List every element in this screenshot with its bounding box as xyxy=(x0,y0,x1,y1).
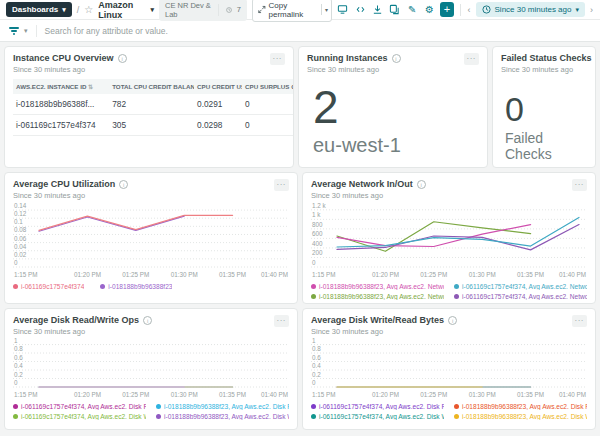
legend-dot-icon xyxy=(454,284,459,289)
svg-text:1:15 PM: 1:15 PM xyxy=(312,271,335,278)
chart-legend: i-061169c1757e4f374, Avg Aws.ec2. Disk R… xyxy=(311,403,587,420)
filter-bar: ▾ Search for any attribute or value. xyxy=(0,20,600,42)
time-back-chevron-icon[interactable]: ‹ xyxy=(467,5,472,15)
table-column-header[interactable]: CPU SURPLUS CREDIT CHARG ⇅ xyxy=(242,79,294,94)
settings-gear-icon[interactable]: ⚙ xyxy=(423,2,436,17)
failed-checks-value: 0 xyxy=(505,92,587,126)
page-title: Amazon Linux xyxy=(98,0,147,20)
legend-item[interactable]: i-061169c1757e4f374, Avg Aws.ec2. Networ… xyxy=(454,293,587,300)
info-icon[interactable]: i xyxy=(119,180,128,189)
info-icon[interactable]: i xyxy=(448,316,457,325)
legend-dot-icon xyxy=(13,284,18,289)
legend-item[interactable]: i-018188b9b96388f23 xyxy=(100,283,172,290)
svg-text:01:35 PM: 01:35 PM xyxy=(517,271,544,278)
legend-item[interactable]: i-018188b9b96388f23, Avg Aws.ec2. Disk R… xyxy=(156,403,289,410)
legend-item[interactable]: i-061169c1757e4f374, Avg Aws.ec2. Disk W… xyxy=(311,413,444,420)
search-input[interactable]: Search for any attribute or value. xyxy=(45,26,591,36)
time-forward-chevron-icon[interactable]: › xyxy=(589,5,594,15)
legend-item[interactable]: i-061169c1757e4f374, Avg Aws.ec2. Disk R… xyxy=(311,403,444,410)
widget-title: Average Disk Write/Read Bytes i xyxy=(311,315,457,325)
svg-text:0.06: 0.06 xyxy=(14,235,27,242)
legend-item[interactable]: i-018188b9b96388f23, Avg Aws.ec2. Disk R… xyxy=(454,403,587,410)
svg-text:1:15 PM: 1:15 PM xyxy=(312,391,335,398)
duplicate-icon[interactable] xyxy=(388,2,401,17)
legend-item[interactable]: i-061169c1757e4f374, Avg Aws.ec2. Disk R… xyxy=(13,403,146,410)
breadcrumb-separator: / xyxy=(77,5,80,15)
legend-item[interactable]: i-061169c1757e4f374, Avg Aws.ec2. Networ… xyxy=(454,283,587,290)
table-cell: 0 xyxy=(242,94,294,115)
dashboards-menu-button[interactable]: Dashboards ▾ xyxy=(6,2,72,17)
slideshow-icon[interactable] xyxy=(353,2,366,17)
info-icon[interactable]: i xyxy=(392,54,401,63)
widget-menu-button[interactable]: ··· xyxy=(572,179,588,191)
svg-text:1: 1 xyxy=(312,338,316,344)
export-download-icon[interactable] xyxy=(371,2,384,17)
svg-text:01:25 PM: 01:25 PM xyxy=(122,271,149,278)
filter-funnel-icon[interactable] xyxy=(9,27,19,35)
time-picker[interactable]: Since 30 minutes ago ▾ xyxy=(476,2,585,17)
top-bar: Dashboards ▾ / ☆ Amazon Linux ▾ CE NR De… xyxy=(0,0,600,20)
running-instances-label: eu-west-1 xyxy=(313,134,479,157)
favorite-star-icon[interactable]: ☆ xyxy=(84,5,93,15)
svg-text:1:15 PM: 1:15 PM xyxy=(14,391,37,398)
chevron-down-icon: ▾ xyxy=(150,6,154,14)
legend-item[interactable]: i-018188b9b96388f23, Avg Aws.ec2. Disk W… xyxy=(454,413,587,420)
legend-item[interactable]: i-061169c1757e4f374 xyxy=(13,283,84,290)
table-row[interactable]: i-018188b9b96388f...7820.02910 xyxy=(13,94,294,115)
table-cell: 305 xyxy=(109,115,194,136)
permalink-icon xyxy=(258,5,266,14)
chevron-down-icon[interactable]: ▾ xyxy=(321,4,331,15)
chevron-down-icon[interactable]: ▾ xyxy=(24,27,28,35)
info-icon[interactable]: i xyxy=(417,180,426,189)
svg-text:01:35 PM: 01:35 PM xyxy=(517,391,544,398)
cpu-utilization-chart[interactable]: 00.020.040.060.080.10.120.141:15 PM01:20… xyxy=(13,202,289,280)
widget-menu-button[interactable]: ··· xyxy=(572,315,588,327)
svg-text:0.02: 0.02 xyxy=(14,251,27,258)
widget-subtitle: Since 30 minutes ago xyxy=(13,327,152,336)
dashboard-title-menu[interactable]: Amazon Linux ▾ xyxy=(98,0,154,20)
info-icon[interactable]: i xyxy=(143,316,152,325)
add-widget-button[interactable]: + xyxy=(440,2,453,17)
widget-subtitle: Since 30 minutes ago xyxy=(13,65,127,74)
disk-ops-chart[interactable]: 00.20.40.60.811:15 PM01:20 PM01:25 PM01:… xyxy=(13,338,289,400)
legend-item[interactable]: i-018188b9b96388f23, Avg Aws.ec2. Networ… xyxy=(311,283,444,290)
account-badge[interactable]: CE NR Dev & Lab 7 xyxy=(159,0,247,21)
legend-label: i-061169c1757e4f374, Avg Aws.ec2. Disk R… xyxy=(319,403,444,410)
legend-dot-icon xyxy=(13,404,18,409)
svg-text:1: 1 xyxy=(14,338,18,344)
clock-icon xyxy=(226,6,232,14)
widget-running-instances: Running Instances i Since 30 minutes ago… xyxy=(298,46,488,168)
copy-permalink-button[interactable]: Copy permalink ▾ xyxy=(252,0,332,22)
widget-menu-button[interactable]: ··· xyxy=(270,53,286,65)
table-row[interactable]: i-061169c1757e4f3743050.02980 xyxy=(13,115,294,136)
tv-mode-icon[interactable] xyxy=(336,2,349,17)
table-column-header[interactable]: TOTAL CPU CREDIT BALANCE ⇅ xyxy=(109,79,194,94)
chevron-down-icon: ▾ xyxy=(62,6,66,14)
legend-item[interactable]: i-018188b9b96388f23, Avg Aws.ec2. Disk W… xyxy=(156,413,289,420)
widget-menu-button[interactable]: ··· xyxy=(274,315,290,327)
widget-instance-cpu-overview: Instance CPU Overview i Since 30 minutes… xyxy=(4,46,294,168)
table-header-row: AWS.EC2. INSTANCE ID ⇅TOTAL CPU CREDIT B… xyxy=(13,79,294,94)
widget-menu-button[interactable]: ··· xyxy=(464,53,480,65)
widget-subtitle: Since 30 minutes ago xyxy=(311,327,457,336)
legend-item[interactable]: i-061169c1757e4f374, Avg Aws.ec2. Disk W… xyxy=(13,413,146,420)
svg-text:01:20 PM: 01:20 PM xyxy=(74,391,101,398)
top-bar-actions: Copy permalink ▾ ✎ ⚙ + ‹ Since 30 minute… xyxy=(252,0,594,22)
network-in-out-chart[interactable]: 02004006008001 k1.2 k1:15 PM01:20 PM01:2… xyxy=(311,202,587,280)
legend-dot-icon xyxy=(13,414,18,419)
svg-text:0: 0 xyxy=(14,259,18,266)
legend-dot-icon xyxy=(156,414,161,419)
chart-canvas: 00.020.040.060.080.10.120.141:15 PM01:20… xyxy=(13,202,289,280)
table-column-header[interactable]: CPU CREDIT USED ⇅ xyxy=(194,79,242,94)
legend-item[interactable]: i-018188b9b96388f23, Avg Aws.ec2. Networ… xyxy=(311,293,444,300)
svg-text:600: 600 xyxy=(312,230,323,237)
widget-menu-button[interactable]: ··· xyxy=(274,179,290,191)
widget-title: Failed Status Checks i xyxy=(501,53,596,63)
table-column-header[interactable]: AWS.EC2. INSTANCE ID ⇅ xyxy=(13,79,109,94)
edit-pencil-icon[interactable]: ✎ xyxy=(406,2,419,17)
info-icon[interactable]: i xyxy=(118,54,127,63)
widget-average-disk-write-read-bytes: Average Disk Write/Read Bytes i Since 30… xyxy=(302,308,596,430)
chart-series-line xyxy=(337,217,579,247)
widget-failed-status-checks: Failed Status Checks i Since 30 minutes … xyxy=(492,46,596,168)
disk-bytes-chart[interactable]: 00.20.40.60.811:15 PM01:20 PM01:25 PM01:… xyxy=(311,338,587,400)
